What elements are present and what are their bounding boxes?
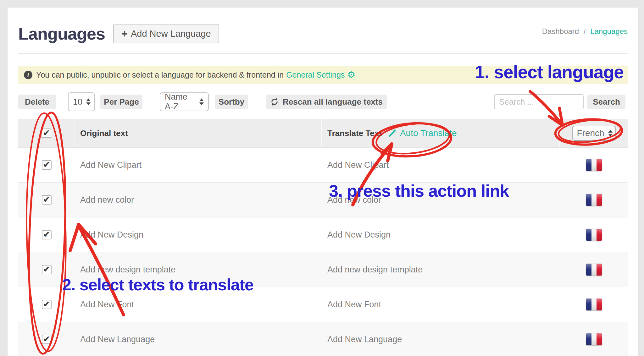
table-row: ✔ Add new color Add new color <box>18 182 628 217</box>
auto-translate-label: Auto Translate <box>400 128 457 138</box>
rescan-label: Rescan all language texts <box>283 97 383 107</box>
select-all-checkbox[interactable]: ✔ <box>42 129 51 138</box>
check-icon: ✔ <box>43 230 50 239</box>
check-icon: ✔ <box>43 265 50 274</box>
page-header: Languages + Add New Language <box>18 23 219 45</box>
row-checkbox[interactable]: ✔ <box>42 230 52 239</box>
languages-page-card: Languages + Add New Language Dashboard /… <box>7 7 638 356</box>
french-flag-icon <box>586 159 602 171</box>
gear-icon: ⚙ <box>347 70 355 79</box>
sort-select-value: Name A-Z <box>165 92 196 112</box>
french-flag-icon <box>586 264 602 276</box>
row-checkbox[interactable]: ✔ <box>42 195 52 205</box>
row-checkbox[interactable]: ✔ <box>42 160 52 170</box>
language-select-value: French <box>577 128 604 138</box>
general-settings-link[interactable]: General Settings <box>286 70 345 79</box>
annotation-step3: 3. press this action link <box>329 181 509 200</box>
row-checkbox[interactable]: ✔ <box>42 335 52 344</box>
check-icon: ✔ <box>43 335 50 343</box>
magic-wand-icon <box>387 129 397 138</box>
sort-select[interactable]: Name A-Z <box>160 92 209 111</box>
page-title: Languages <box>18 24 105 43</box>
check-icon: ✔ <box>43 161 50 169</box>
per-page-select-value: 10 <box>73 97 82 107</box>
row-checkbox[interactable]: ✔ <box>42 265 52 274</box>
original-text-header: Original text <box>75 119 322 147</box>
per-page-select[interactable]: 10 <box>68 92 95 111</box>
row-checkbox[interactable]: ✔ <box>42 300 52 309</box>
check-icon: ✔ <box>43 300 50 309</box>
delete-button[interactable]: Delete <box>18 95 56 109</box>
translations-table: ✔ Original text Translate Text <box>18 119 628 356</box>
table-row: ✔ Add New Clipart Add New Clipart <box>18 147 628 182</box>
french-flag-icon <box>586 229 602 241</box>
original-text-cell: Add new color <box>75 183 322 217</box>
french-flag-icon <box>586 333 602 345</box>
translate-text-cell[interactable]: Add new design template <box>322 252 560 287</box>
info-circle-icon: i <box>24 71 32 79</box>
annotation-step1: 1. select language <box>475 62 624 82</box>
translate-text-cell[interactable]: Add New Design <box>322 217 560 252</box>
breadcrumb: Dashboard / Languages <box>542 27 628 36</box>
translate-text-cell[interactable]: Add New Font <box>322 287 560 322</box>
check-icon: ✔ <box>43 195 50 204</box>
toolbar: Delete 10 Per Page Name A-Z Sortby <box>18 92 628 111</box>
table-header-row: ✔ Original text Translate Text <box>18 119 628 147</box>
select-arrows-icon <box>608 130 613 137</box>
french-flag-icon <box>586 194 602 206</box>
translate-text-header: Translate Text <box>327 129 382 138</box>
breadcrumb-languages[interactable]: Languages <box>590 27 628 36</box>
search-input[interactable] <box>494 94 584 109</box>
auto-translate-link[interactable]: Auto Translate <box>387 128 457 138</box>
table-row: ✔ Add New Language Add New Language <box>18 322 628 356</box>
original-text-cell: Add New Language <box>75 322 322 356</box>
breadcrumb-separator: / <box>584 27 586 36</box>
select-arrows-icon <box>86 98 91 105</box>
refresh-icon <box>270 97 279 106</box>
original-text-cell: Add New Clipart <box>75 148 322 182</box>
annotation-step2: 2. select texts to translate <box>62 275 253 294</box>
add-new-language-label: Add New Language <box>131 29 211 39</box>
per-page-button[interactable]: Per Page <box>100 95 142 109</box>
check-icon: ✔ <box>43 129 50 137</box>
translate-text-cell[interactable]: Add New Clipart <box>322 148 560 182</box>
title-divider <box>18 53 628 54</box>
breadcrumb-dashboard[interactable]: Dashboard <box>542 27 579 36</box>
translate-text-cell[interactable]: Add New Language <box>322 322 560 356</box>
language-select[interactable]: French <box>572 126 616 141</box>
search-button[interactable]: Search <box>587 95 625 109</box>
rescan-button[interactable]: Rescan all language texts <box>266 95 387 109</box>
original-text-cell: Add New Design <box>75 217 322 252</box>
table-row: ✔ Add New Design Add New Design <box>18 217 628 252</box>
info-text: You can public, unpublic or select a lan… <box>36 70 284 79</box>
french-flag-icon <box>586 298 602 310</box>
add-new-language-button[interactable]: + Add New Language <box>113 24 219 43</box>
sortby-button[interactable]: Sortby <box>215 95 248 109</box>
select-arrows-icon <box>199 98 204 105</box>
plus-icon: + <box>121 28 128 39</box>
